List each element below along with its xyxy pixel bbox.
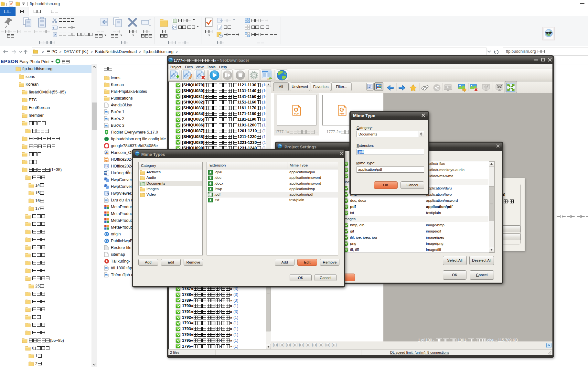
svg-text:F: F [106,131,108,134]
svg-text:W: W [104,172,107,175]
svg-text:PDF: PDF [340,112,345,115]
svg-text:15: 15 [105,165,108,168]
svg-text:PDF: PDF [294,112,299,115]
svg-text:PDF: PDF [105,160,108,162]
